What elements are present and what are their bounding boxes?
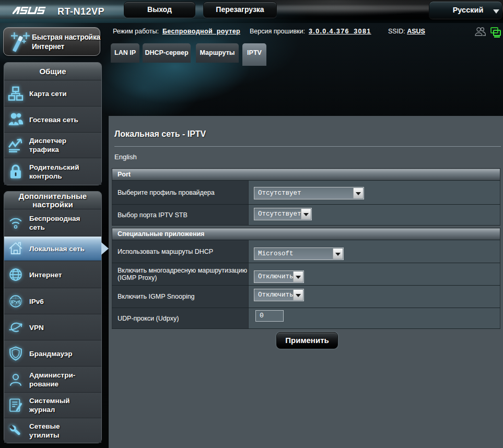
svg-text:IPv6: IPv6 — [10, 298, 21, 304]
